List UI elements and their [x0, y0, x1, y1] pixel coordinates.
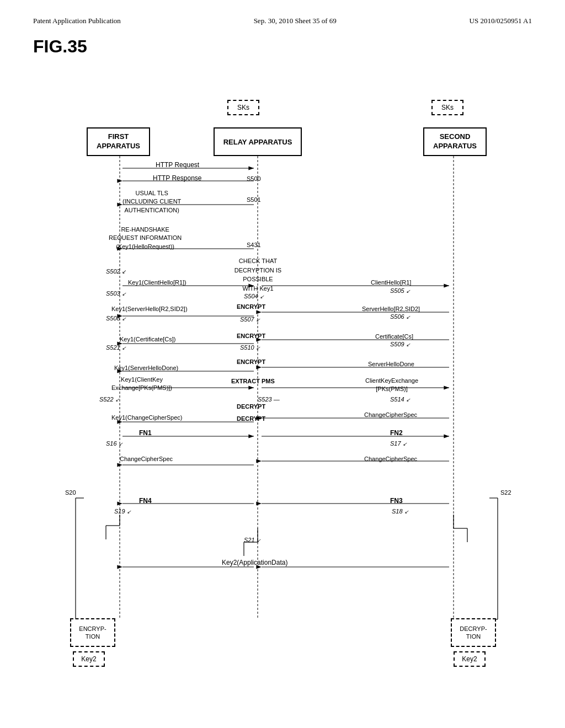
encrypt2-label: ENCRYPT [237, 333, 265, 339]
s22-label: S22 [500, 489, 511, 496]
clientkey-first-label: Key1(ClientKeyExchange[PKs(PMS)]) [111, 376, 172, 393]
s505-label: S505 ↙ [390, 287, 411, 294]
decrypt2-label: DECRYPT [237, 415, 265, 422]
s431-label: S431 [247, 242, 261, 248]
s523-label: S523 — [258, 396, 280, 403]
header-center: Sep. 30, 2010 Sheet 35 of 69 [254, 17, 337, 25]
s502-label: S502 ↙ [106, 268, 126, 275]
re-handshake-label: RE-HANDSHAKEREQUEST INFORMATION(Key1(Hel… [109, 226, 182, 251]
page-header: Patent Application Publication Sep. 30, … [33, 17, 532, 25]
key2-appdata-label: Key2(ApplicationData) [222, 559, 287, 566]
decryption-box: DECRYP- TION [451, 618, 496, 647]
s20-label: S20 [65, 489, 76, 496]
fn3-label: FN3 [390, 497, 403, 505]
s508-label: S508 ↙ [106, 315, 126, 322]
http-response-label: HTTP Response [153, 174, 201, 182]
header-right: US 2010/0250951 A1 [470, 17, 532, 25]
http-request-label: HTTP Request [156, 161, 199, 169]
s17-label: S17 ↙ [390, 440, 407, 447]
fn1-label: FN1 [139, 429, 152, 437]
s509-label: S509 ↙ [390, 341, 411, 347]
s19-label: S19 ↙ [114, 508, 131, 515]
clienthello-r1-second-label: ClientHello[R1] [371, 279, 411, 286]
s16-label: S16 ↙ [106, 440, 123, 447]
sks-second-box: SKs [431, 100, 463, 115]
serverhellodone-key1-label: Key1(ServerHelloDone) [114, 365, 178, 371]
s521-label: S521 ↙ [106, 344, 126, 351]
encrypt3-label: ENCRYPT [237, 358, 265, 365]
s510-label: S510 ↙ [240, 344, 260, 351]
s501-label: S501 [247, 196, 261, 203]
cert-second-label: Certificate[Cs] [375, 333, 413, 340]
s503-label: S503 ↙ [106, 290, 126, 297]
changecipherspec-key1-label: Key1(ChangeCipherSpec) [111, 414, 182, 421]
clienthello-r1-key1-label: Key1(ClientHello[R1]) [128, 279, 186, 286]
encryption-box: ENCRYP- TION [70, 618, 115, 647]
check-decryption-label: CHECK THATDECRYPTION ISPOSSIBLEWITH Key1 [215, 256, 301, 293]
changecipherspec-first-label: ChangeCipherSpec [120, 456, 173, 462]
diagram: FIRST APPARATUS SKs RELAY APPARATUS SKs … [34, 62, 531, 686]
extract-pms-label: EXTRACT PMS [231, 378, 275, 384]
changecipherspec-third-label: ChangeCipherSpec [364, 456, 417, 462]
relay-apparatus-box: RELAY APPARATUS [214, 127, 302, 156]
key2-first-box: Key2 [73, 651, 105, 667]
sks-relay-box: SKs [227, 100, 259, 115]
s500-label: S500 [247, 175, 261, 182]
s507-label: S507 ↙ [240, 316, 260, 323]
serverhello-second-label: ServerHello[R2,SID2] [362, 306, 420, 312]
s504-label: S504 ↙ [244, 293, 264, 299]
key2-second-box: Key2 [454, 651, 486, 667]
s514-label: S514 ↙ [390, 396, 411, 403]
fn4-label: FN4 [139, 497, 152, 505]
clientkey-second-label: ClientKeyExchange[PKs(PMS)] [365, 377, 418, 394]
fn2-label: FN2 [390, 429, 403, 437]
second-apparatus-box: SECOND APPARATUS [423, 127, 487, 156]
fig-title: FIG.35 [33, 36, 532, 57]
s522-label: S522 ↙ [99, 396, 120, 403]
usual-tls-label: USUAL TLS(INCLUDING CLIENTAUTHENTICATION… [122, 189, 181, 215]
cert-key1-label: Key1(Certificate[Cs]) [120, 336, 175, 342]
s18-label: S18 ↙ [392, 508, 409, 515]
changecipherspec-second-label: ChangeCipherSpec [364, 411, 417, 418]
decrypt1-label: DECRYPT [237, 403, 265, 410]
encrypt1-label: ENCRYPT [237, 303, 265, 310]
serverhello-key1-label: Key1(ServerHello[R2,SID2]) [111, 306, 188, 312]
first-apparatus-box: FIRST APPARATUS [87, 127, 150, 156]
page: Patent Application Publication Sep. 30, … [0, 0, 565, 728]
serverhellodone-second-label: ServerHelloDone [368, 361, 414, 367]
s506-label: S506 ↙ [390, 313, 411, 320]
s21-label: S21 ↙ [244, 537, 261, 543]
header-left: Patent Application Publication [33, 17, 121, 25]
